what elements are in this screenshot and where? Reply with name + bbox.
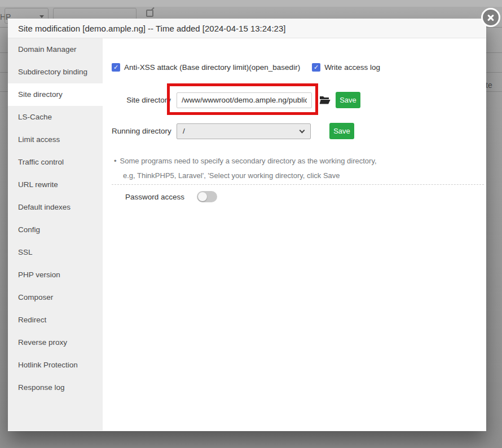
toggle-knob-icon bbox=[198, 192, 207, 201]
dashed-divider bbox=[112, 184, 484, 185]
sidebar-item-default-indexes[interactable]: Default indexes bbox=[8, 196, 103, 219]
site-directory-save-button[interactable]: Save bbox=[336, 92, 360, 108]
write-access-log-checkbox-group[interactable]: Write access log bbox=[312, 63, 380, 72]
running-directory-selected-value: / bbox=[183, 127, 185, 135]
bullet-icon: • bbox=[114, 157, 117, 165]
sidebar-item-php-version[interactable]: PHP version bbox=[8, 264, 103, 286]
sidebar-item-ls-cache[interactable]: LS-Cache bbox=[8, 106, 103, 128]
write-access-log-checkbox[interactable] bbox=[312, 63, 320, 72]
background-edit-icon bbox=[146, 10, 153, 17]
write-access-log-checkbox-label: Write access log bbox=[324, 63, 380, 72]
dialog-title: Site modification [demo.ample.ng] -- Tim… bbox=[18, 24, 285, 33]
sidebar-item-ssl[interactable]: SSL bbox=[8, 241, 103, 264]
sidebar-item-traffic-control[interactable]: Traffic control bbox=[8, 151, 103, 174]
password-access-toggle[interactable] bbox=[197, 191, 217, 202]
sidebar-item-composer[interactable]: Composer bbox=[8, 286, 103, 309]
sidebar-item-subdirectory-binding[interactable]: Subdirectory binding bbox=[8, 61, 103, 83]
close-button[interactable] bbox=[481, 8, 500, 27]
site-modification-dialog: Site modification [demo.ample.ng] -- Tim… bbox=[8, 19, 486, 431]
password-access-label: Password access bbox=[125, 193, 184, 201]
background-topbar bbox=[0, 0, 502, 7]
sidebar-item-site-directory[interactable]: Site directory bbox=[8, 83, 103, 106]
anti-xss-checkbox-label: Anti-XSS attack (Base directory limit)(o… bbox=[124, 63, 300, 72]
sidebar-item-reverse-proxy[interactable]: Reverse proxy bbox=[8, 331, 103, 354]
running-directory-select[interactable]: / bbox=[177, 123, 311, 139]
checkbox-row: Anti-XSS attack (Base directory limit)(o… bbox=[112, 63, 486, 72]
sidebar-item-hotlink-protection[interactable]: Hotlink Protection bbox=[8, 354, 103, 376]
modal-sidebar: Domain ManagerSubdirectory bindingSite d… bbox=[8, 38, 103, 431]
running-directory-save-button[interactable]: Save bbox=[329, 123, 354, 139]
site-directory-panel: Anti-XSS attack (Base directory limit)(o… bbox=[103, 38, 486, 431]
password-access-row: Password access bbox=[125, 191, 486, 202]
site-directory-label: Site directory bbox=[112, 96, 171, 104]
sidebar-item-redirect[interactable]: Redirect bbox=[8, 309, 103, 331]
sidebar-item-domain-manager[interactable]: Domain Manager bbox=[8, 38, 103, 61]
background-partial-text-right: te bbox=[486, 81, 492, 90]
anti-xss-checkbox[interactable] bbox=[112, 63, 120, 72]
anti-xss-checkbox-group[interactable]: Anti-XSS attack (Base directory limit)(o… bbox=[112, 63, 300, 72]
sidebar-item-url-rewrite[interactable]: URL rewrite bbox=[8, 174, 103, 196]
running-directory-note-line1: •Some programs need to specify a seconda… bbox=[114, 157, 486, 165]
sidebar-item-config[interactable]: Config bbox=[8, 219, 103, 241]
running-directory-label: Running directory bbox=[112, 127, 171, 135]
site-directory-row: Site directory Save bbox=[112, 92, 486, 108]
running-directory-row: Running directory / Save bbox=[112, 123, 486, 139]
running-directory-note-line2: e.g, ThinkPHP5, Laravel', 'Select your w… bbox=[123, 171, 486, 180]
folder-open-icon[interactable] bbox=[319, 96, 331, 104]
sidebar-item-response-log[interactable]: Response log bbox=[8, 376, 103, 399]
dialog-header: Site modification [demo.ample.ng] -- Tim… bbox=[8, 19, 486, 38]
chevron-down-icon bbox=[300, 127, 305, 133]
sidebar-item-limit-access[interactable]: Limit access bbox=[8, 128, 103, 151]
site-directory-input[interactable] bbox=[177, 92, 312, 108]
